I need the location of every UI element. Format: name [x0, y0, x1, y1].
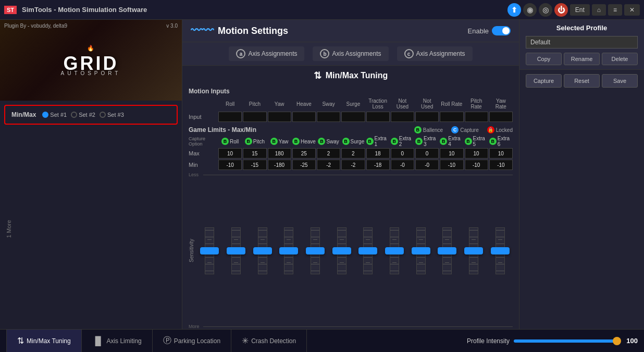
min-pitch[interactable]	[243, 160, 266, 170]
copy-button[interactable]: Copy	[526, 53, 562, 65]
slider-track-10[interactable]	[469, 227, 478, 274]
min-roll[interactable]	[218, 160, 242, 170]
slider-track-8[interactable]	[416, 227, 426, 274]
slider-thumb-2[interactable]	[253, 247, 272, 254]
settings-circle-button[interactable]: ◉	[523, 3, 537, 17]
slider-track-2[interactable]	[258, 227, 267, 274]
slider-thumb-11[interactable]	[491, 247, 510, 254]
menu-button[interactable]: ≡	[608, 4, 622, 16]
enable-toggle-switch[interactable]	[492, 26, 511, 35]
max-roll[interactable]	[218, 148, 242, 159]
rename-button[interactable]: Rename	[564, 53, 600, 65]
home-button[interactable]: ⌂	[592, 4, 606, 16]
info-circle-button[interactable]: ◎	[539, 3, 552, 17]
max-yaw[interactable]	[268, 148, 291, 159]
min-sway[interactable]	[317, 160, 340, 170]
max-extra6[interactable]	[489, 148, 513, 159]
input-notused1[interactable]	[391, 112, 414, 122]
slider-thumb-1[interactable]	[227, 247, 245, 254]
ent-button[interactable]: Ent	[570, 4, 590, 16]
slider-thumb-6[interactable]	[358, 247, 377, 254]
min-heave[interactable]	[292, 160, 316, 170]
axis-tab-a[interactable]: a Axis Assignments	[229, 46, 304, 61]
slider-track-7[interactable]	[390, 227, 399, 274]
save-button[interactable]: Save	[602, 74, 638, 88]
slider-thumb-0[interactable]	[200, 247, 219, 254]
col-sway: Sway	[317, 100, 340, 108]
input-yawrate[interactable]	[489, 112, 513, 122]
tab-axis-limiting[interactable]: ▐▌ Axis Limiting	[82, 330, 153, 352]
input-notused2[interactable]	[415, 112, 439, 122]
close-button[interactable]: ✕	[624, 4, 640, 16]
set3-radio[interactable]: Set #3	[100, 112, 124, 118]
slider-thumb-5[interactable]	[332, 247, 351, 254]
min-extra3[interactable]	[415, 160, 439, 170]
slider-thumb-4[interactable]	[306, 247, 325, 254]
slider-track-4[interactable]	[311, 227, 320, 274]
profile-dropdown[interactable]: Default	[526, 36, 638, 48]
input-traction[interactable]	[366, 112, 390, 122]
min-yaw[interactable]	[268, 160, 291, 170]
max-extra4[interactable]	[440, 148, 463, 159]
min-extra1[interactable]	[366, 160, 390, 170]
slider-col-8	[408, 178, 434, 323]
min-extra2[interactable]	[391, 160, 414, 170]
capture-button[interactable]: Capture	[526, 74, 562, 88]
input-label: Input	[189, 114, 217, 120]
max-heave[interactable]	[292, 148, 316, 159]
set1-radio[interactable]: Set #1	[42, 112, 67, 118]
slider-track-3[interactable]	[284, 227, 293, 274]
input-yaw[interactable]	[268, 112, 291, 122]
intensity-slider-track[interactable]	[514, 339, 618, 343]
max-extra5[interactable]	[465, 148, 488, 159]
min-extra5[interactable]	[465, 160, 488, 170]
slider-track-6[interactable]	[363, 227, 373, 274]
titlebar-buttons: ⬆ ◉ ◎ ⏻ Ent ⌂ ≡ ✕	[507, 3, 640, 17]
min-extra4[interactable]	[440, 160, 463, 170]
min-extra6[interactable]	[489, 160, 513, 170]
slider-track-11[interactable]	[496, 227, 505, 274]
input-roll[interactable]	[218, 112, 242, 122]
slider-track-1[interactable]	[231, 227, 241, 274]
limit-col-extra1: BExtra 1	[366, 136, 390, 147]
slider-thumb-10[interactable]	[464, 247, 483, 254]
input-sway[interactable]	[317, 112, 340, 122]
axis-tab-b[interactable]: b Axis Assignments	[313, 46, 388, 61]
parking-label: Parking Location	[174, 337, 220, 345]
power-button[interactable]: ⏻	[554, 3, 568, 17]
delete-button[interactable]: Delete	[602, 53, 638, 65]
set2-radio[interactable]: Set #2	[71, 112, 95, 118]
min-surge[interactable]	[341, 160, 365, 170]
input-surge[interactable]	[341, 112, 365, 122]
slider-track-0[interactable]	[205, 227, 214, 274]
intensity-thumb[interactable]	[613, 337, 621, 345]
upload-button[interactable]: ⬆	[507, 3, 521, 17]
max-pitch[interactable]	[243, 148, 266, 159]
max-extra3[interactable]	[415, 148, 439, 159]
max-extra1[interactable]	[366, 148, 390, 159]
game-limits-section: Game Limits - Max/Min B Ballence C Captu…	[182, 124, 519, 172]
max-sway[interactable]	[317, 148, 340, 159]
max-surge[interactable]	[341, 148, 365, 159]
tab-parking[interactable]: Ⓟ Parking Location	[153, 330, 231, 352]
input-pitch[interactable]	[243, 112, 266, 122]
balance-legend: B Ballence	[414, 126, 443, 133]
input-heave[interactable]	[292, 112, 316, 122]
slider-track-5[interactable]	[337, 227, 346, 274]
axis-tab-c[interactable]: c Axis Assignments	[397, 46, 473, 61]
tab-minmax[interactable]: ⇅ Min/Max Tuning	[6, 330, 82, 352]
reset-button[interactable]: Reset	[564, 74, 600, 88]
enable-label: Enable	[468, 27, 489, 35]
enable-toggle-group: Enable	[468, 26, 511, 35]
slider-track-9[interactable]	[442, 227, 452, 274]
game-subtitle: AUTOSPORT	[61, 70, 121, 76]
slider-thumb-7[interactable]	[385, 247, 404, 254]
tab-crash[interactable]: ✳ Crash Detection	[231, 330, 307, 352]
slider-thumb-9[interactable]	[438, 247, 456, 254]
slider-thumb-3[interactable]	[279, 247, 298, 254]
input-pitchrate[interactable]	[465, 112, 488, 122]
one-more-container: 1 More	[0, 129, 182, 329]
max-extra2[interactable]	[391, 148, 414, 159]
input-rollrate[interactable]	[440, 112, 463, 122]
slider-thumb-8[interactable]	[412, 247, 430, 254]
